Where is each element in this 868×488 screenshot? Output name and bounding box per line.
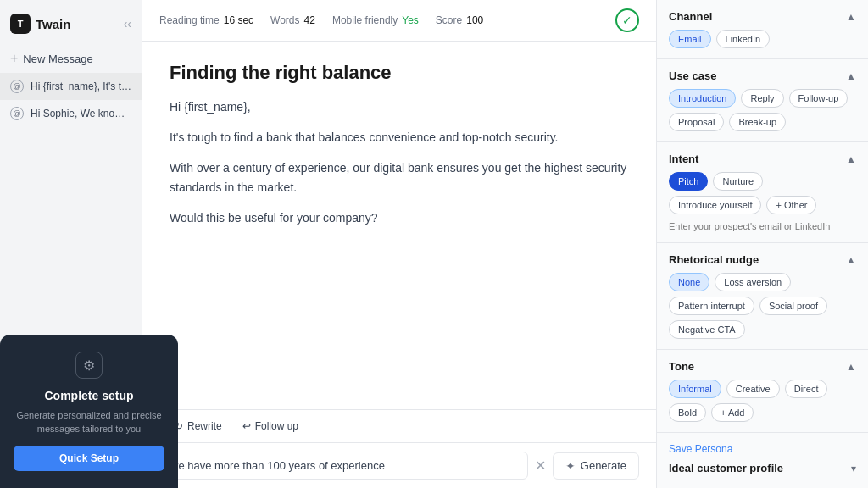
use-case-reply-tag[interactable]: Reply: [741, 89, 783, 108]
rhetorical-nudge-section: Rhetorical nudge ▲ None Loss aversion Pa…: [657, 243, 868, 350]
chevron-up-icon: ▲: [846, 153, 856, 165]
chevron-up-icon: ▲: [846, 70, 856, 82]
app-name: Twain: [36, 17, 70, 31]
nudge-negativecta-tag[interactable]: Negative CTA: [669, 320, 745, 339]
intent-options: Pitch Nurture Introduce yourself + Other: [669, 172, 856, 214]
generate-label: Generate: [581, 459, 626, 472]
input-bar: ✕ ✦ Generate: [142, 442, 656, 488]
use-case-proposal-tag[interactable]: Proposal: [669, 113, 724, 131]
use-case-followup-tag[interactable]: Follow-up: [789, 89, 849, 108]
follow-up-icon: ↩: [242, 420, 251, 432]
logo-icon: T: [10, 14, 31, 34]
ideal-customer-profile-item[interactable]: Ideal customer profile ▾: [669, 462, 856, 474]
paragraph: With over a century of experience, our d…: [170, 158, 629, 199]
tone-add-tag[interactable]: + Add: [711, 403, 754, 422]
intent-other-tag[interactable]: + Other: [766, 196, 816, 214]
reading-time-stat: Reading time 16 sec: [159, 14, 253, 26]
settings-icon: ⚙: [75, 352, 103, 379]
nudge-pattern-tag[interactable]: Pattern interrupt: [669, 297, 754, 315]
channel-options: Email LinkedIn: [669, 30, 856, 48]
follow-up-button[interactable]: ↩ Follow up: [237, 417, 303, 435]
right-panel: Channel ▲ Email LinkedIn Use case ▲ Intr…: [656, 0, 868, 488]
intent-pitch-tag[interactable]: Pitch: [669, 172, 708, 191]
rewrite-button[interactable]: ↻ Rewrite: [170, 417, 227, 435]
use-case-breakup-tag[interactable]: Break-up: [729, 113, 786, 131]
channel-linkedin-tag[interactable]: LinkedIn: [716, 30, 771, 48]
channel-section: Channel ▲ Email LinkedIn: [657, 0, 868, 59]
chevron-up-icon: ▲: [846, 11, 856, 23]
words-stat: Words 42: [270, 14, 315, 26]
quick-setup-button[interactable]: Quick Setup: [14, 446, 164, 471]
words-value: 42: [304, 14, 315, 26]
sidebar-header: T Twain ‹‹: [0, 10, 142, 44]
channel-email-tag[interactable]: Email: [669, 30, 711, 48]
document-title: Finding the right balance: [170, 62, 629, 84]
rewrite-label: Rewrite: [187, 420, 222, 432]
editor-toolbar: ↻ Rewrite ↩ Follow up: [142, 409, 656, 442]
intent-input[interactable]: [669, 221, 856, 231]
words-label: Words: [270, 14, 299, 26]
use-case-title: Use case: [669, 69, 716, 82]
check-icon: ✓: [622, 14, 632, 27]
editor-area: Finding the right balance Hi {first_name…: [142, 42, 656, 409]
nudge-none-tag[interactable]: None: [669, 273, 709, 291]
clear-input-button[interactable]: ✕: [535, 458, 546, 474]
tone-title: Tone: [669, 360, 694, 373]
paragraph: Would this be useful for your company?: [170, 208, 629, 229]
prompt-input[interactable]: [159, 452, 528, 480]
sidebar-logo: T Twain: [10, 14, 70, 34]
save-persona-link[interactable]: Save Persona: [669, 443, 856, 455]
chevron-down-icon: ▾: [851, 463, 856, 474]
generate-icon: ✦: [565, 459, 576, 473]
tone-direct-tag[interactable]: Direct: [785, 380, 828, 398]
setup-popup: ⚙ Complete setup Generate personalized a…: [0, 335, 178, 488]
intent-nurture-tag[interactable]: Nurture: [713, 172, 763, 191]
message-icon: @: [10, 80, 24, 93]
generate-button[interactable]: ✦ Generate: [553, 452, 639, 480]
rhetorical-nudge-options: None Loss aversion Pattern interrupt Soc…: [669, 273, 856, 339]
setup-title: Complete setup: [44, 389, 133, 402]
document-body: Hi {first_name}, It's tough to find a ba…: [170, 97, 629, 229]
rhetorical-nudge-header[interactable]: Rhetorical nudge ▲: [669, 253, 856, 266]
tone-header[interactable]: Tone ▲: [669, 360, 856, 373]
use-case-introduction-tag[interactable]: Introduction: [669, 89, 736, 108]
nudge-loss-tag[interactable]: Loss aversion: [715, 273, 791, 291]
new-message-button[interactable]: + New Message: [0, 44, 142, 73]
score-label: Score: [436, 14, 462, 26]
intent-header[interactable]: Intent ▲: [669, 152, 856, 165]
message-icon: @: [10, 107, 24, 120]
reading-time-label: Reading time: [159, 14, 220, 26]
paragraph: It's tough to find a bank that balances …: [170, 128, 629, 148]
message-preview: Hi {first_name}, It's tou...: [31, 80, 131, 92]
list-item[interactable]: @ Hi Sophie, We know wri...: [0, 100, 142, 127]
chevron-up-icon: ▲: [846, 361, 856, 373]
collapse-icon[interactable]: ‹‹: [124, 17, 131, 30]
tone-section: Tone ▲ Informal Creative Direct Bold + A…: [657, 350, 868, 433]
tone-creative-tag[interactable]: Creative: [726, 380, 780, 398]
persona-section: Save Persona Ideal customer profile ▾: [657, 433, 868, 485]
follow-up-label: Follow up: [255, 420, 298, 432]
intent-section: Intent ▲ Pitch Nurture Introduce yoursel…: [657, 142, 868, 243]
score-value: 100: [466, 14, 483, 26]
nudge-social-tag[interactable]: Social proof: [760, 297, 827, 315]
tone-bold-tag[interactable]: Bold: [669, 403, 706, 422]
intent-introduce-tag[interactable]: Introduce yourself: [669, 196, 761, 214]
tone-informal-tag[interactable]: Informal: [669, 380, 721, 398]
new-message-label: New Message: [23, 53, 92, 65]
ideal-customer-profile-title: Ideal customer profile: [669, 462, 783, 474]
channel-header[interactable]: Channel ▲: [669, 10, 856, 23]
sidebar: T Twain ‹‹ + New Message @ Hi {first_nam…: [0, 0, 142, 488]
plus-icon: +: [10, 51, 18, 66]
intent-title: Intent: [669, 152, 698, 165]
main-content: Reading time 16 sec Words 42 Mobile frie…: [142, 0, 656, 488]
use-case-section: Use case ▲ Introduction Reply Follow-up …: [657, 59, 868, 142]
mobile-stat: Mobile friendly Yes: [332, 14, 419, 26]
tone-options: Informal Creative Direct Bold + Add: [669, 380, 856, 422]
rhetorical-nudge-title: Rhetorical nudge: [669, 253, 759, 266]
use-case-options: Introduction Reply Follow-up Proposal Br…: [669, 89, 856, 131]
channel-title: Channel: [669, 10, 712, 23]
mobile-value: Yes: [402, 14, 419, 26]
list-item[interactable]: @ Hi {first_name}, It's tou...: [0, 73, 142, 100]
score-circle: ✓: [615, 8, 639, 32]
use-case-header[interactable]: Use case ▲: [669, 69, 856, 82]
